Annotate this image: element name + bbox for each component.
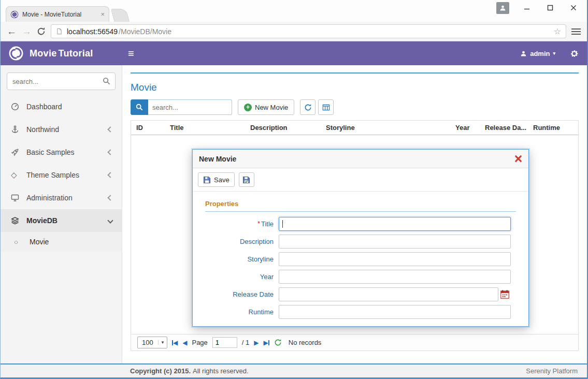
search-icon bbox=[103, 77, 110, 85]
close-window-button[interactable] bbox=[562, 0, 585, 15]
save-button[interactable]: Save bbox=[198, 172, 235, 187]
sidebar-item-administration[interactable]: Administration bbox=[1, 186, 122, 209]
sidebar-toggle-button[interactable]: ≡ bbox=[128, 48, 134, 60]
user-name: admin bbox=[530, 50, 550, 57]
pager-refresh-button[interactable] bbox=[274, 339, 282, 346]
title-input[interactable] bbox=[279, 217, 511, 231]
chevron-down-icon bbox=[107, 217, 113, 223]
sidebar-item-moviedb[interactable]: MovieDB bbox=[1, 209, 122, 232]
maximize-icon bbox=[547, 5, 553, 11]
address-bar[interactable]: localhost:56549 /MovieDB/Movie ☆ bbox=[51, 24, 566, 38]
description-input[interactable] bbox=[279, 235, 511, 249]
calendar-icon bbox=[500, 289, 510, 299]
grid-toolbar: + New Movie bbox=[131, 99, 579, 115]
column-header-runtime[interactable]: Runtime bbox=[528, 124, 578, 132]
maximize-button[interactable] bbox=[538, 0, 562, 15]
floppy-apply-icon bbox=[242, 176, 250, 184]
page-size-select[interactable]: 100 ▼ bbox=[137, 337, 167, 348]
page-title: Movie bbox=[131, 82, 579, 93]
back-button[interactable]: ← bbox=[7, 26, 17, 36]
triangle-right-icon: ▶ bbox=[264, 339, 268, 346]
previous-page-button[interactable]: ◀ bbox=[182, 339, 187, 346]
chevron-left-icon bbox=[107, 195, 113, 200]
layers-icon bbox=[11, 216, 21, 225]
column-header-description[interactable]: Description bbox=[245, 124, 321, 132]
dialog-titlebar[interactable]: New Movie bbox=[193, 150, 528, 168]
settings-gear-button[interactable] bbox=[570, 49, 579, 58]
forward-button: → bbox=[22, 26, 32, 36]
search-icon bbox=[136, 104, 143, 111]
sidebar-item-basic-samples[interactable]: Basic Samples bbox=[1, 141, 122, 164]
chevron-left-icon bbox=[107, 149, 113, 155]
brand-title: MovieTutorial bbox=[30, 48, 93, 59]
sidebar: Dashboard Northwind Basic Samples ◇ Them… bbox=[1, 65, 122, 363]
dialog-close-button[interactable] bbox=[514, 155, 522, 163]
grid-search-input[interactable] bbox=[148, 99, 232, 115]
column-header-title[interactable]: Title bbox=[165, 124, 245, 132]
chevron-left-icon bbox=[107, 172, 113, 178]
page-total: / 1 bbox=[242, 339, 249, 346]
user-menu[interactable]: admin ▾ bbox=[520, 50, 555, 57]
browser-profile-button[interactable] bbox=[496, 2, 509, 14]
browser-menu-button[interactable] bbox=[571, 28, 581, 35]
new-movie-button[interactable]: + New Movie bbox=[238, 99, 294, 115]
minimize-button[interactable] bbox=[515, 0, 538, 15]
copyright-text: Copyright (c) 2015.All rights reserved. bbox=[130, 367, 249, 375]
page-footer: Copyright (c) 2015.All rights reserved. … bbox=[1, 363, 587, 377]
dialog-body: Properties *Title Description Storyline … bbox=[193, 192, 528, 326]
storyline-input[interactable] bbox=[279, 252, 511, 266]
field-row-year: Year bbox=[205, 270, 516, 284]
calendar-picker-button[interactable] bbox=[500, 289, 510, 299]
column-header-storyline[interactable]: Storyline bbox=[321, 124, 450, 132]
storyline-label: Storyline bbox=[205, 255, 279, 263]
person-icon bbox=[520, 50, 527, 57]
tab-close-icon[interactable]: × bbox=[101, 10, 105, 18]
floppy-save-icon bbox=[203, 176, 211, 184]
description-label: Description bbox=[205, 238, 279, 245]
pager-status: No records bbox=[289, 339, 322, 346]
refresh-button[interactable] bbox=[300, 99, 315, 115]
new-tab-button[interactable] bbox=[111, 9, 130, 22]
page-doc-icon bbox=[56, 27, 63, 35]
field-row-title: *Title bbox=[205, 217, 516, 231]
apply-changes-button[interactable] bbox=[239, 172, 254, 187]
field-row-runtime: Runtime bbox=[205, 305, 516, 319]
sidebar-item-dashboard[interactable]: Dashboard bbox=[1, 95, 122, 118]
required-asterisk: * bbox=[257, 220, 260, 227]
release-date-input[interactable] bbox=[279, 287, 498, 301]
sidebar-item-movie[interactable]: ○ Movie bbox=[1, 232, 122, 252]
first-page-button[interactable]: ◀ bbox=[172, 339, 178, 346]
url-path: /MovieDB/Movie bbox=[119, 27, 550, 36]
minimize-icon bbox=[524, 5, 530, 11]
sidebar-search-input[interactable] bbox=[7, 72, 116, 90]
page-number-input[interactable] bbox=[212, 337, 237, 348]
refresh-icon bbox=[274, 339, 282, 346]
content-top-rule bbox=[131, 72, 579, 74]
browser-tab[interactable]: Movie - MovieTutorial × bbox=[6, 6, 109, 22]
bookmark-star-icon[interactable]: ☆ bbox=[554, 26, 561, 36]
column-header-year[interactable]: Year bbox=[450, 124, 480, 132]
circle-icon: ○ bbox=[14, 238, 24, 246]
page-label: Page bbox=[192, 339, 207, 346]
columns-icon bbox=[322, 104, 330, 111]
sidebar-item-theme-samples[interactable]: ◇ Theme Samples bbox=[1, 164, 122, 186]
platform-text: Serenity Platform bbox=[526, 367, 578, 375]
last-page-button[interactable]: ▶ bbox=[264, 339, 269, 346]
runtime-input[interactable] bbox=[279, 305, 511, 319]
next-page-button[interactable]: ▶ bbox=[254, 339, 259, 346]
triangle-right-icon: ▶ bbox=[254, 339, 259, 346]
close-icon bbox=[570, 5, 577, 11]
reload-button[interactable] bbox=[37, 27, 46, 36]
tab-title: Movie - MovieTutorial bbox=[22, 11, 97, 18]
column-header-id[interactable]: ID bbox=[131, 124, 165, 132]
year-input[interactable] bbox=[279, 270, 511, 284]
field-row-release-date: Release Date bbox=[205, 287, 516, 301]
runtime-label: Runtime bbox=[205, 308, 279, 316]
sidebar-item-northwind[interactable]: Northwind bbox=[1, 118, 122, 141]
properties-section-title: Properties bbox=[205, 198, 516, 212]
monitor-icon bbox=[11, 194, 21, 202]
column-picker-button[interactable] bbox=[318, 99, 334, 115]
grid-search-button[interactable] bbox=[131, 99, 148, 115]
column-header-release-date[interactable]: Release Da... bbox=[480, 124, 528, 132]
anchor-icon bbox=[11, 125, 21, 134]
